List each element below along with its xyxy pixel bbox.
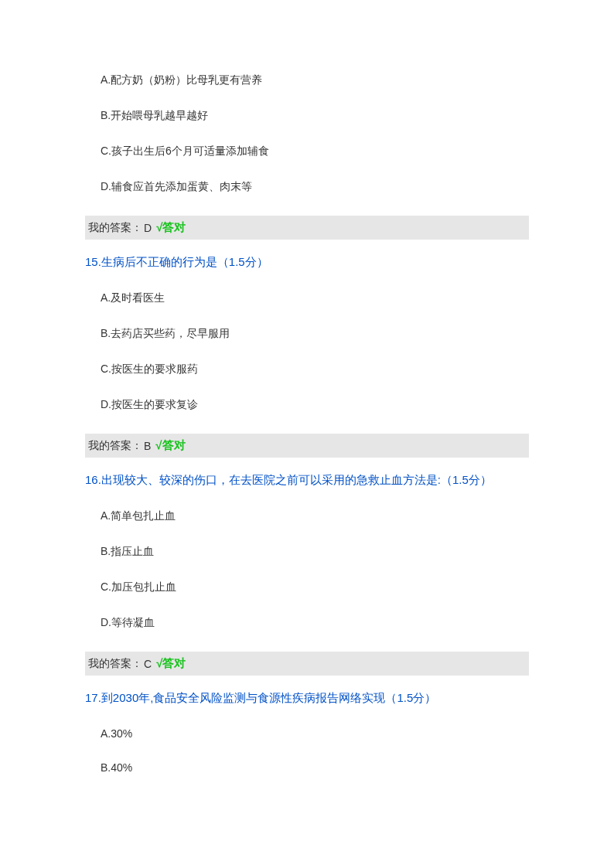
q14-answer-label: 我的答案： <box>88 221 142 235</box>
q16-answer-label: 我的答案： <box>88 657 142 671</box>
q16-option-b: B.指压止血 <box>85 545 529 559</box>
q15-answer-bar: 我的答案： B √答对 <box>85 434 529 458</box>
q15-answer-label: 我的答案： <box>88 439 142 453</box>
q14-option-a: A.配方奶（奶粉）比母乳更有营养 <box>85 73 529 87</box>
q16-option-c: C.加压包扎止血 <box>85 580 529 594</box>
q14-answer-letter: D <box>144 222 152 234</box>
q15-option-c: C.按医生的要求服药 <box>85 363 529 376</box>
q14-option-c: C.孩子出生后6个月可适量添加辅食 <box>85 145 529 158</box>
q17-option-b: B.40% <box>85 761 529 774</box>
q15-option-d: D.按医生的要求复诊 <box>85 398 529 412</box>
q16-option-d: D.等待凝血 <box>85 616 529 630</box>
q17-option-a: A.30% <box>85 727 529 740</box>
q17-title: 17.到2030年,食品安全风险监测与食源性疾病报告网络实现（1.5分） <box>85 691 529 706</box>
q15-answer-letter: B <box>144 440 151 452</box>
q14-option-d: D.辅食应首先添加蛋黄、肉末等 <box>85 180 529 194</box>
q14-option-b: B.开始喂母乳越早越好 <box>85 109 529 123</box>
q16-title: 16.出现较大、较深的伤口，在去医院之前可以采用的急救止血方法是:（1.5分） <box>85 473 529 488</box>
q14-correct-badge: √答对 <box>156 220 186 235</box>
q15-option-a: A.及时看医生 <box>85 291 529 305</box>
q14-answer-bar: 我的答案： D √答对 <box>85 216 529 240</box>
q16-answer-bar: 我的答案： C √答对 <box>85 652 529 676</box>
q15-title: 15.生病后不正确的行为是（1.5分） <box>85 255 529 270</box>
q15-correct-badge: √答对 <box>155 438 185 453</box>
q16-option-a: A.简单包扎止血 <box>85 509 529 523</box>
q15-option-b: B.去药店买些药，尽早服用 <box>85 327 529 341</box>
q16-answer-letter: C <box>144 658 152 670</box>
q16-correct-badge: √答对 <box>156 656 186 671</box>
